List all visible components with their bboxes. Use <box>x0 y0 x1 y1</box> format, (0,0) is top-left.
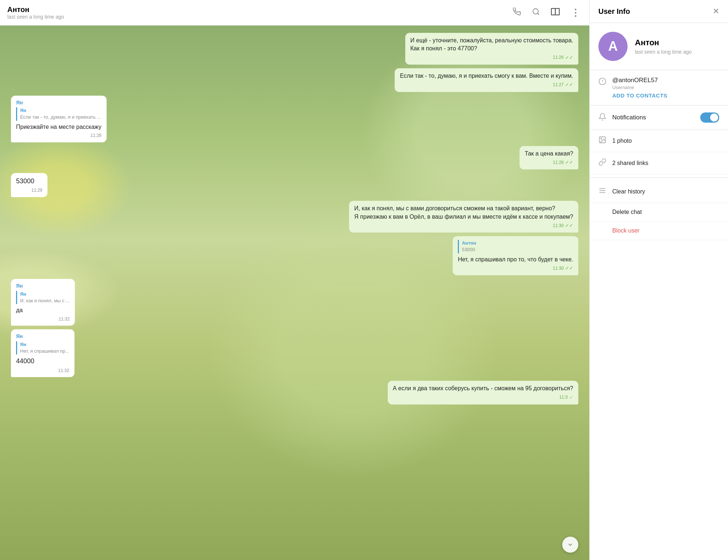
add-to-contacts-button[interactable]: ADD TO CONTACTS <box>612 92 719 99</box>
table-row: Ян Ян Если так - то, думаю, я и приехать… <box>11 96 578 142</box>
username-label: Username <box>612 85 719 90</box>
sender-name: Ян <box>16 283 70 290</box>
bell-icon <box>598 113 606 123</box>
tick-icon: ✓✓ <box>565 265 573 272</box>
close-icon[interactable]: ✕ <box>713 7 719 16</box>
message-time: 11:3 ✓ <box>393 394 573 401</box>
chat-header-actions: ⋮ <box>511 6 582 20</box>
chat-panel: Антон last seen a long time ago ⋮ <box>0 0 589 560</box>
block-user-row[interactable]: Block user <box>590 222 728 240</box>
photo-icon <box>598 136 606 146</box>
table-row: 53000 11:29 <box>11 173 578 197</box>
clear-history-row[interactable]: Clear history <box>590 181 728 203</box>
delete-chat-row[interactable]: Delete chat <box>590 203 728 222</box>
sender-name: Ян <box>16 333 69 340</box>
table-row: Ян Ян И, как я понял, мы с ... да 11:32 <box>11 279 578 326</box>
message-time: 11:27 ✓✓ <box>400 81 573 88</box>
message-time: 11:32 <box>16 368 69 374</box>
quote-text: 53000 <box>462 246 573 253</box>
user-info-panel: User Info ✕ A Антон last seen a long tim… <box>589 0 728 560</box>
block-user-label: Block user <box>598 227 640 234</box>
notifications-label: Notifications <box>612 114 694 121</box>
message-bubble: Так а цена какая? 11:28 ✓✓ <box>520 146 578 170</box>
table-row: И ещё - уточните, пожалуйста, реальную с… <box>11 33 578 65</box>
message-time: 11:32 <box>16 316 70 322</box>
photos-row[interactable]: 1 photo <box>590 130 728 152</box>
message-time: 11:30 ✓✓ <box>458 265 573 272</box>
divider <box>590 177 728 178</box>
message-bubble: Ян Ян Если так - то, думаю, я и приехать… <box>11 96 107 142</box>
quote-sender: Ян <box>20 291 70 298</box>
username-content: @antonOREL57 Username ADD TO CONTACTS <box>612 77 719 99</box>
message-time: 11:28 <box>16 133 101 139</box>
quote-sender: Антон <box>462 240 573 246</box>
message-text: 44000 <box>16 357 34 365</box>
quote-text: И, как я понял, мы с ... <box>20 298 70 304</box>
user-name: Антон <box>635 38 692 47</box>
chat-contact-status: last seen a long time ago <box>7 14 64 20</box>
chat-header-left: Антон last seen a long time ago <box>7 5 64 20</box>
notifications-toggle[interactable] <box>700 112 719 123</box>
tick-icon: ✓✓ <box>565 159 573 166</box>
search-icon[interactable] <box>530 6 542 20</box>
delete-chat-label: Delete chat <box>598 209 642 215</box>
sender-name: Ян <box>16 99 101 107</box>
message-text: Если так - то, думаю, я и приехать смогу… <box>400 73 573 79</box>
user-profile-info: Антон last seen a long time ago <box>635 38 692 55</box>
username-text: @antonOREL57 <box>612 77 719 84</box>
message-text: Нет, я спрашивал про то, что будет в чек… <box>458 256 573 262</box>
message-time: 11:30 ✓✓ <box>354 222 573 229</box>
user-status: last seen a long time ago <box>635 49 692 55</box>
table-row: Если так - то, думаю, я и приехать смогу… <box>11 68 578 92</box>
layout-icon[interactable] <box>549 6 562 19</box>
svg-line-1 <box>537 13 539 15</box>
chat-messages-area: И ещё - уточните, пожалуйста, реальную с… <box>0 26 589 560</box>
quote-text: Если так - то, думаю, я и приехать ... <box>20 114 101 120</box>
notifications-row: Notifications <box>590 106 728 130</box>
user-info-header: User Info ✕ <box>590 0 728 23</box>
table-row: А если я два таких соберусь купить - смо… <box>11 381 578 404</box>
message-bubble: 53000 11:29 <box>11 173 47 197</box>
quote-block: Ян И, как я понял, мы с ... <box>16 291 70 304</box>
avatar: A <box>598 32 628 61</box>
quote-sender: Ян <box>20 341 69 348</box>
user-profile: A Антон last seen a long time ago <box>590 23 728 70</box>
tick-icon: ✓✓ <box>565 81 573 88</box>
photos-label: 1 photo <box>612 138 632 144</box>
quote-text: Нет, я спрашивал пр... <box>20 348 69 354</box>
message-text: Приезжайте на месте расскажу <box>16 124 101 130</box>
more-icon[interactable]: ⋮ <box>569 6 582 19</box>
message-text: 53000 <box>16 177 34 185</box>
table-row: Антон 53000 Нет, я спрашивал про то, что… <box>11 236 578 275</box>
chat-contact-name: Антон <box>7 5 64 14</box>
table-row: Ян Ян Нет, я спрашивал пр... 44000 11:32 <box>11 329 578 377</box>
message-time: 11:28 ✓✓ <box>525 159 573 166</box>
user-info-title: User Info <box>598 7 630 16</box>
message-bubble: Антон 53000 Нет, я спрашивал про то, что… <box>453 236 578 275</box>
chat-header: Антон last seen a long time ago ⋮ <box>0 0 589 26</box>
scroll-bottom-button[interactable] <box>562 537 578 553</box>
table-row: И, как я понял, мы с вами договориться с… <box>11 201 578 233</box>
quote-sender: Ян <box>20 107 101 114</box>
table-row: Так а цена какая? 11:28 ✓✓ <box>11 146 578 170</box>
message-text: да <box>16 307 23 313</box>
message-bubble: Если так - то, думаю, я и приехать смогу… <box>395 68 578 92</box>
link-icon <box>598 158 606 168</box>
info-circle-icon <box>598 77 606 88</box>
clear-history-icon <box>598 187 606 197</box>
message-time: 11:29 <box>16 187 42 193</box>
message-text: И ещё - уточните, пожалуйста, реальную с… <box>410 37 573 51</box>
message-text: И, как я понял, мы с вами договориться с… <box>354 205 573 219</box>
svg-point-8 <box>601 138 602 139</box>
shared-links-label: 2 shared links <box>612 160 648 166</box>
tick-icon: ✓ <box>569 394 573 401</box>
shared-links-row[interactable]: 2 shared links <box>590 152 728 174</box>
username-row: @antonOREL57 Username ADD TO CONTACTS <box>590 70 728 106</box>
message-bubble: А если я два таких соберусь купить - смо… <box>388 381 578 404</box>
phone-icon[interactable] <box>511 6 523 20</box>
clear-history-label: Clear history <box>612 188 645 195</box>
quote-block: Антон 53000 <box>458 240 573 253</box>
message-text: Так а цена какая? <box>525 150 573 157</box>
tick-icon: ✓✓ <box>565 222 573 229</box>
message-text: А если я два таких соберусь купить - смо… <box>393 385 573 391</box>
